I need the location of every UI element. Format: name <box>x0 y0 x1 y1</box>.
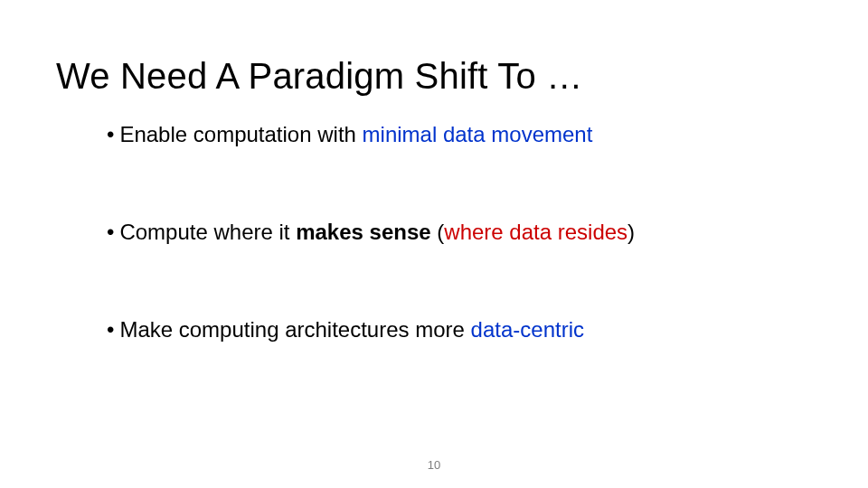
bullet-1-highlight: minimal data movement <box>363 122 593 146</box>
bullet-dot-icon: • <box>107 316 114 343</box>
page-number: 10 <box>0 458 868 472</box>
bullet-2-bold: makes sense <box>296 220 430 244</box>
bullet-dot-icon: • <box>107 219 114 246</box>
bullet-dot-icon: • <box>107 121 114 148</box>
bullet-list: •Enable computation with minimal data mo… <box>107 121 794 343</box>
bullet-1-text-a: Enable computation with <box>119 122 362 146</box>
bullet-1: •Enable computation with minimal data mo… <box>107 121 794 148</box>
slide: We Need A Paradigm Shift To … •Enable co… <box>0 0 868 488</box>
bullet-3-highlight: data-centric <box>471 317 584 342</box>
bullet-2-highlight: where data resides <box>444 220 627 244</box>
bullet-2-text-a: Compute where it <box>119 220 296 244</box>
bullet-3-text-a: Make computing architectures more <box>119 317 470 342</box>
slide-title: We Need A Paradigm Shift To … <box>56 56 582 97</box>
bullet-2-text-b: ( <box>431 220 445 244</box>
bullet-3: •Make computing architectures more data-… <box>107 316 794 343</box>
bullet-2: •Compute where it makes sense (where dat… <box>107 219 794 246</box>
bullet-2-text-c: ) <box>627 220 635 244</box>
